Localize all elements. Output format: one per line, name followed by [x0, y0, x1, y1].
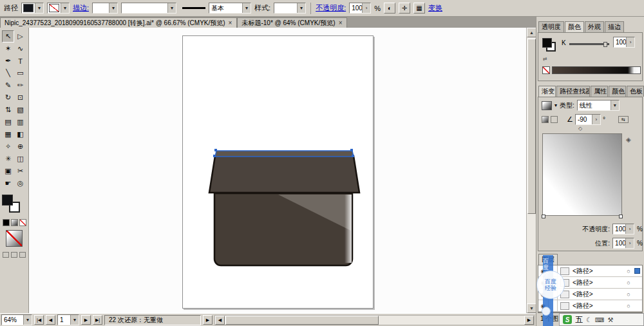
paintbrush-tool[interactable]: ✎	[2, 79, 14, 91]
color-mode-button[interactable]	[3, 219, 10, 226]
k-value-input[interactable]: 100 ›	[613, 37, 635, 48]
shape-builder-tool[interactable]: ▤	[2, 116, 14, 128]
document-tab-1[interactable]: Nipic_24377523_20180909160537788000 [转换]…	[0, 17, 237, 28]
eyedropper-tool[interactable]: ✧	[2, 140, 14, 153]
canvas-area[interactable]: ▲ ▼	[29, 28, 536, 313]
free-transform-tool[interactable]: ▧	[14, 104, 26, 116]
gradient-tool[interactable]: ◧	[14, 128, 26, 140]
tab-transparency[interactable]: 透明度	[538, 21, 564, 32]
selection-indicator[interactable]	[634, 268, 640, 274]
type-tool[interactable]: T	[14, 55, 26, 67]
zoom-dropdown[interactable]: 64% ▾	[1, 314, 32, 325]
gradient-midpoint-icon[interactable]: ◇	[578, 126, 582, 131]
next-artboard-button[interactable]: ▶	[81, 315, 91, 325]
last-artboard-button[interactable]: ▶|	[93, 315, 102, 325]
recolor-artwork-button[interactable]: ◐	[384, 3, 395, 14]
gradient-ramp-preview[interactable]	[542, 133, 622, 216]
none-swatch[interactable]	[542, 66, 550, 74]
artboard-tool[interactable]: ▣	[2, 165, 14, 177]
gradient-fill-button[interactable]	[542, 116, 549, 123]
fill-indicator[interactable]	[542, 38, 552, 48]
style-dropdown[interactable]: ▾	[274, 3, 306, 14]
target-circle-icon[interactable]: ○	[624, 268, 633, 274]
target-circle-icon[interactable]: ○	[624, 291, 633, 298]
document-tab-2[interactable]: 未标题-10* @ 64% (CMYK/预览) ×	[237, 17, 347, 28]
selection-tool[interactable]: ↖	[2, 30, 14, 43]
tab-stroke[interactable]: 描边	[605, 21, 624, 32]
k-slider[interactable]	[569, 43, 609, 45]
gradient-location-input[interactable]: 100 ›	[612, 238, 634, 249]
align-button[interactable]: ✛	[399, 3, 410, 14]
vertical-scroll-thumb[interactable]	[527, 39, 536, 214]
pen-tool[interactable]: ✒	[2, 55, 14, 67]
ime-mode-wubi[interactable]: 五	[575, 314, 583, 325]
color-spectrum-ramp[interactable]	[552, 66, 641, 74]
opacity-link[interactable]: 不透明度:	[316, 3, 346, 13]
chevron-down-icon[interactable]: ▾	[554, 102, 557, 108]
tools-icon[interactable]: ⚒	[607, 316, 613, 323]
none-mode-button[interactable]	[19, 219, 26, 226]
moon-icon[interactable]: ☾	[586, 316, 592, 323]
brush-definition-dropdown[interactable]: 基本 ▾	[209, 3, 251, 14]
tab-color[interactable]: 颜色	[565, 21, 584, 32]
horizontal-scrollbar[interactable]: ◀ ▶	[214, 315, 535, 325]
fill-color-dropdown[interactable]: ▾	[21, 3, 44, 14]
scroll-right-icon[interactable]: ▶	[524, 316, 534, 325]
horizontal-scroll-thumb[interactable]	[225, 316, 379, 325]
rotate-tool[interactable]: ↻	[2, 91, 14, 104]
fullscreen-menu-mode-button[interactable]	[11, 252, 17, 258]
vertical-scrollbar[interactable]: ▲ ▼	[526, 28, 536, 313]
gradient-swatch[interactable]	[6, 230, 23, 247]
transform-link[interactable]: 变换	[428, 3, 442, 13]
gradient-type-dropdown[interactable]: 线性 ▾	[577, 100, 620, 111]
magic-wand-tool[interactable]: ✶	[2, 43, 14, 55]
ime-logo[interactable]: S	[563, 315, 572, 324]
gradient-stop-start[interactable]	[542, 215, 545, 218]
previous-artboard-button[interactable]: ◀	[46, 315, 55, 325]
column-graph-tool[interactable]: ◫	[14, 153, 26, 165]
selection-indicator[interactable]	[634, 303, 640, 309]
width-tool[interactable]: ⇅	[2, 104, 14, 116]
stroke-color-dropdown[interactable]: ▾	[47, 3, 70, 14]
gradient-stroke-button[interactable]	[551, 116, 558, 123]
symbol-sprayer-tool[interactable]: ✳	[2, 153, 14, 165]
swap-fill-stroke-icon[interactable]: ⇄	[543, 56, 547, 62]
status-menu-icon[interactable]: ▶	[203, 315, 213, 325]
hand-tool[interactable]: ☛	[2, 177, 14, 189]
close-icon[interactable]: ×	[338, 19, 343, 26]
normal-screen-mode-button[interactable]	[3, 252, 9, 258]
keyboard-icon[interactable]: ⌨	[595, 316, 604, 323]
tab-swatches[interactable]: 色板	[627, 86, 644, 97]
scroll-down-icon[interactable]: ▼	[527, 303, 536, 313]
perspective-grid-tool[interactable]: ▥	[14, 116, 26, 128]
artboard-number-dropdown[interactable]: 1 ▾	[57, 314, 79, 325]
selection-indicator[interactable]	[634, 291, 640, 297]
mesh-tool[interactable]: ▦	[2, 128, 14, 140]
target-circle-icon[interactable]: ○	[624, 303, 633, 309]
gradient-preview-swatch[interactable]	[542, 101, 552, 110]
variable-width-profile-dropdown[interactable]: ▾	[121, 3, 176, 14]
artboard[interactable]	[182, 35, 374, 309]
rectangle-tool[interactable]: ▭	[14, 67, 26, 79]
close-icon[interactable]: ×	[228, 19, 233, 26]
blend-tool[interactable]: ⊕	[14, 140, 26, 153]
target-circle-icon[interactable]: ○	[624, 280, 633, 286]
scale-tool[interactable]: ⊡	[14, 91, 26, 104]
k-slider-handle[interactable]	[603, 42, 607, 47]
first-artboard-button[interactable]: |◀	[34, 315, 44, 325]
stroke-link[interactable]: 描边:	[73, 3, 89, 13]
gradient-mode-button[interactable]	[11, 219, 18, 226]
opacity-input[interactable]: 100 ›	[349, 3, 371, 14]
line-segment-tool[interactable]: ╲	[2, 67, 14, 79]
isolate-mode-button[interactable]: ▦	[413, 3, 425, 14]
fill-indicator[interactable]	[2, 195, 13, 206]
artwork-object[interactable]	[183, 36, 374, 309]
gradient-opacity-input[interactable]: 100 ›	[612, 224, 634, 235]
stroke-weight-dropdown[interactable]: ▾	[92, 3, 118, 14]
scroll-up-icon[interactable]: ▲	[527, 28, 536, 37]
fullscreen-mode-button[interactable]	[19, 252, 26, 258]
zoom-tool[interactable]: ◎	[14, 177, 26, 189]
selection-indicator[interactable]	[634, 280, 640, 285]
direct-selection-tool[interactable]: ▷	[14, 30, 26, 43]
scroll-left-icon[interactable]: ◀	[215, 316, 225, 325]
